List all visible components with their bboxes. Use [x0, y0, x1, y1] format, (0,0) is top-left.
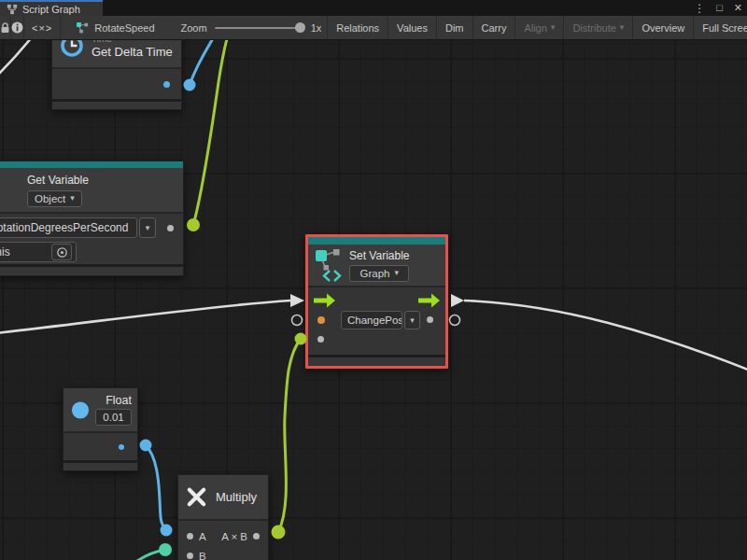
- node-title: Multiply: [216, 490, 257, 504]
- chevron-down-icon: ▾: [70, 194, 75, 203]
- edge-exec-offscreen-top-left[interactable]: [0, 40, 35, 77]
- fullscreen-label: Full Screen: [702, 22, 747, 34]
- edge-endpoint-dot: [272, 525, 286, 539]
- variable-node-strip: [0, 161, 183, 168]
- clock-icon: [60, 40, 84, 58]
- exec-arrowhead-out: [451, 294, 464, 307]
- unconnected-port-ring-left[interactable]: [292, 315, 303, 326]
- carry-button[interactable]: Carry: [472, 16, 515, 39]
- graph-toolbar: <×> RotateSpeed Zoom 1x Relations Values…: [0, 16, 747, 40]
- variable-scope-dropdown[interactable]: Graph ▾: [349, 265, 409, 282]
- node-float[interactable]: Float 0.01: [63, 387, 138, 471]
- fullscreen-button[interactable]: Full Screen: [693, 16, 747, 39]
- zoom-label: Zoom: [181, 22, 207, 34]
- variable-name-value: ChangePos: [347, 315, 402, 326]
- target-object-field[interactable]: This: [0, 242, 77, 262]
- target-icon: [56, 246, 68, 259]
- node-multiply[interactable]: Multiply A A × B B: [177, 474, 269, 560]
- multiply-input-a-port[interactable]: [187, 533, 193, 539]
- window-controls: ⋮ □ ✕: [694, 0, 742, 16]
- variable-name-arrow-button[interactable]: ▾: [404, 311, 420, 329]
- code-view-button[interactable]: <×>: [24, 16, 61, 39]
- distribute-button[interactable]: Distribute ▾: [563, 16, 632, 39]
- port-result-label: A × B: [221, 531, 247, 542]
- align-button[interactable]: Align ▾: [514, 16, 563, 39]
- node-footer: [52, 99, 181, 109]
- graph-reference-icon: [76, 21, 89, 34]
- variable-name-value: RotationDegreesPerSecond: [0, 221, 128, 234]
- graph-window-icon: [7, 4, 18, 15]
- multiply-result-port[interactable]: [253, 533, 260, 539]
- set-variable-fallback-port[interactable]: [317, 336, 324, 343]
- chevron-down-icon: ▾: [394, 269, 399, 277]
- values-label: Values: [397, 22, 428, 34]
- chevron-down-icon: ▾: [410, 316, 415, 325]
- set-variable-value-input-port[interactable]: [317, 316, 325, 324]
- edge-endpoint-dot: [161, 525, 173, 537]
- overview-label: Overview: [641, 22, 684, 34]
- set-variable-output-port[interactable]: [427, 316, 433, 323]
- multiply-icon: [186, 486, 207, 508]
- multiply-input-b-port[interactable]: [187, 553, 193, 559]
- edge-get-variable-up[interactable]: [193, 40, 228, 225]
- target-value: This: [0, 245, 10, 259]
- edge-exec-into-set-variable[interactable]: [0, 301, 290, 333]
- overview-button[interactable]: Overview: [632, 16, 693, 39]
- variable-name-dropdown[interactable]: RotationDegreesPerSecond: [0, 217, 137, 238]
- port-a-label: A: [199, 531, 206, 542]
- lock-icon: [0, 22, 10, 34]
- edge-bottom-to-multiply-b[interactable]: [134, 550, 165, 560]
- edge-endpoint-dot: [187, 218, 200, 231]
- unconnected-port-ring-right[interactable]: [450, 315, 460, 326]
- edge-get-delta-time-up[interactable]: [190, 40, 215, 85]
- node-set-variable-selected[interactable]: Set Variable Graph ▾ ChangePos ▾: [305, 234, 448, 369]
- relations-button[interactable]: Relations: [327, 16, 388, 39]
- close-icon[interactable]: ✕: [734, 3, 742, 13]
- tab-script-graph[interactable]: Script Graph: [0, 0, 103, 16]
- values-button[interactable]: Values: [388, 16, 436, 39]
- scope-value: Object: [35, 193, 65, 204]
- float-output-port[interactable]: [119, 444, 124, 450]
- edge-multiply-to-set-variable[interactable]: [278, 339, 301, 532]
- node-footer: [0, 264, 183, 275]
- align-dropdown-icon: ▾: [551, 23, 556, 32]
- relations-label: Relations: [336, 22, 379, 34]
- scope-value: Graph: [359, 268, 389, 279]
- chevron-down-icon: ▾: [146, 224, 150, 232]
- get-variable-output-port[interactable]: [167, 225, 174, 231]
- graph-reference-label: RotateSpeed: [94, 22, 154, 34]
- info-button[interactable]: [11, 16, 24, 39]
- exec-arrowhead-in: [290, 294, 304, 307]
- zoom-value: 1x: [311, 22, 322, 34]
- graph-canvas[interactable]: Time Get Delta Time Get Variable Object …: [0, 40, 747, 560]
- tab-title: Script Graph: [22, 4, 80, 15]
- node-category-label: Time: [92, 40, 173, 44]
- node-footer: [308, 355, 445, 366]
- object-picker-button[interactable]: [51, 244, 72, 260]
- zoom-slider[interactable]: [215, 27, 303, 29]
- node-title: Get Delta Time: [92, 45, 173, 59]
- align-label: Align: [524, 22, 546, 34]
- lock-button[interactable]: [0, 16, 11, 39]
- maximize-icon[interactable]: □: [716, 3, 723, 13]
- port-b-label: B: [199, 551, 206, 560]
- edge-endpoint-dot: [184, 79, 196, 91]
- node-get-delta-time[interactable]: Time Get Delta Time: [51, 40, 182, 110]
- edge-float-to-multiply-a[interactable]: [146, 445, 166, 530]
- window-menu-icon[interactable]: ⋮: [694, 3, 705, 14]
- delta-time-output-port[interactable]: [163, 81, 170, 88]
- zoom-slider-handle[interactable]: [295, 22, 305, 33]
- dim-button[interactable]: Dim: [436, 16, 472, 39]
- node-get-variable[interactable]: Get Variable Object ▾ RotationDegreesPer…: [0, 161, 184, 276]
- edge-exec-out-of-set-variable[interactable]: [464, 301, 747, 371]
- float-value-input[interactable]: 0.01: [95, 409, 132, 426]
- float-icon: [71, 400, 90, 420]
- variable-name-arrow-button[interactable]: ▾: [139, 217, 156, 238]
- tab-bar: Script Graph ⋮ □ ✕: [0, 0, 747, 16]
- graph-reference-button[interactable]: RotateSpeed: [61, 16, 162, 39]
- variable-name-dropdown[interactable]: ChangePos: [341, 311, 402, 329]
- node-title: Float: [106, 394, 132, 407]
- code-view-icon: <×>: [32, 22, 52, 34]
- variable-scope-dropdown[interactable]: Object ▾: [27, 190, 82, 207]
- edge-endpoint-dot: [159, 543, 172, 556]
